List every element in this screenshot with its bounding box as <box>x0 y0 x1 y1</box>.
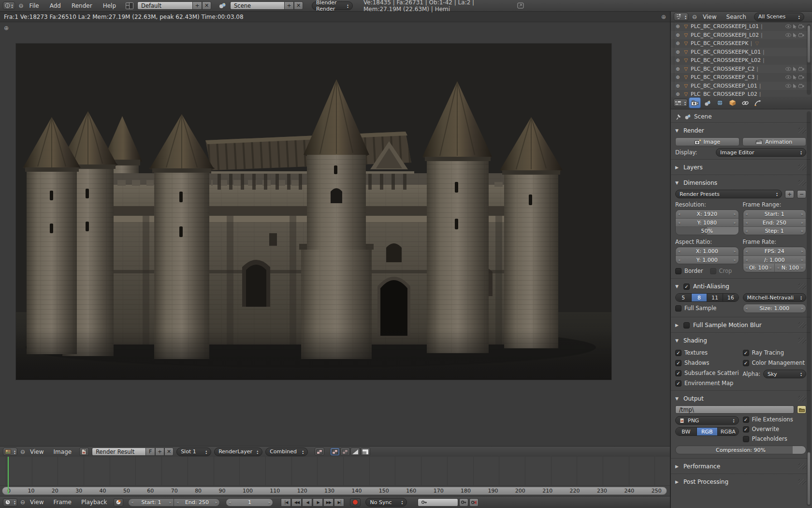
panel-grip[interactable] <box>798 479 806 485</box>
transport-button[interactable]: ▶▶ <box>323 498 334 507</box>
aspect-x-field[interactable]: X: 1.000 <box>676 247 739 255</box>
visibility-eye-icon[interactable] <box>785 84 791 88</box>
draw-channels-z-icon[interactable] <box>361 448 370 456</box>
transport-button[interactable]: ▶ <box>313 498 323 507</box>
slot-select[interactable]: Slot 1 ▴▾ <box>176 448 211 456</box>
color-mode-bw[interactable]: BW <box>676 428 696 435</box>
full-sample-checkbox[interactable] <box>675 305 682 312</box>
tab-object[interactable] <box>727 98 738 108</box>
screen-layout-icon[interactable] <box>126 2 133 9</box>
panel-header-render[interactable]: ▼ Render <box>675 126 806 135</box>
frame-start-field[interactable]: Start: 1 <box>743 210 806 218</box>
outliner-item[interactable]: ⊕ ▽ PLC_BC_CROSSKEEPK | ▽ <box>671 39 812 48</box>
browse-folder-button[interactable] <box>797 405 806 414</box>
properties-scrollbar[interactable] <box>807 111 811 506</box>
window-icon[interactable] <box>517 2 524 9</box>
render-pass-select[interactable]: Combined ▴▾ <box>265 448 308 456</box>
fps-field[interactable]: FPS: 24 <box>743 247 806 255</box>
outliner-item[interactable]: ⊕ ▽ PLC_BC_CROSSKEEPK_L01 | ▽ <box>671 48 812 57</box>
transport-button[interactable]: ◀ <box>302 498 312 507</box>
scrollbar-thumb[interactable] <box>807 25 811 63</box>
menu-item[interactable]: Help <box>101 2 118 9</box>
visibility-eye-icon[interactable] <box>785 24 791 29</box>
shadows-checkbox[interactable]: ✓ <box>675 360 682 366</box>
panel-grip[interactable] <box>798 396 806 402</box>
overwrite-checkbox[interactable]: ✓ <box>743 426 749 433</box>
menu-item[interactable]: Frame <box>52 499 73 506</box>
color-management-checkbox[interactable]: ✓ <box>743 360 749 366</box>
compression-slider[interactable]: Compression: 90% <box>675 446 806 454</box>
aa-filter-select[interactable]: Mitchell-Netravali ▴▾ <box>743 293 807 302</box>
frame-step-field[interactable]: Step: 1 <box>743 226 806 235</box>
add-layout-button[interactable]: + <box>193 1 202 10</box>
panel-grip[interactable] <box>798 463 806 469</box>
display-select[interactable]: Image Editor ▴▾ <box>716 148 806 157</box>
image-paint-toggle-icon[interactable] <box>315 448 324 456</box>
editor-type-selector[interactable]: i ▴▾ <box>3 1 15 10</box>
aa-samples-5[interactable]: 5 <box>676 294 691 301</box>
panel-header-shading[interactable]: ▼ Shading <box>675 336 806 345</box>
color-mode-rgba[interactable]: RGBA <box>717 428 739 435</box>
selectability-cursor-icon[interactable] <box>793 75 797 79</box>
expand-icon[interactable]: ⊕ <box>676 75 681 80</box>
close-scene-button[interactable]: ✕ <box>294 1 303 10</box>
frame-end-field[interactable]: End: 250 <box>174 498 220 507</box>
file-format-select[interactable]: PNG ▴▾ <box>675 416 739 425</box>
outliner-item[interactable]: ⊕ ▽ PLC_BC_CROSSKEEPJ_L02 | ▽ <box>671 31 812 40</box>
tab-world[interactable] <box>714 98 725 108</box>
play-by-framerate-icon[interactable] <box>114 498 123 507</box>
expand-icon[interactable]: ⊕ <box>676 49 681 55</box>
render-presets-select[interactable]: Render Presets ▴▾ <box>675 190 782 198</box>
panel-header-anti-aliasing[interactable]: ▼ ✓ Anti-Aliasing <box>675 282 806 291</box>
draw-channels-color-alpha-icon[interactable] <box>340 448 350 456</box>
panel-header-performance[interactable]: ▶ Performance <box>675 462 806 471</box>
panel-grip[interactable] <box>798 180 806 186</box>
fps-base-field[interactable]: /: 1.000 <box>743 255 806 264</box>
aa-size-field[interactable]: Size: 1.000 <box>743 304 806 313</box>
draw-channels-alpha-icon[interactable] <box>350 448 360 456</box>
visibility-eye-icon[interactable] <box>785 67 791 71</box>
menu-item[interactable]: Playback <box>79 499 109 506</box>
collapse-menus-icon[interactable]: ⊖ <box>20 499 25 506</box>
outliner-item[interactable]: ⊕ ▽ PLC_BC_CROSSKEEP_L02 | ▽ <box>671 90 812 97</box>
current-frame-field[interactable]: 1 <box>226 498 273 507</box>
expand-icon[interactable]: ⊕ <box>676 24 681 29</box>
expand-icon[interactable]: ⊕ <box>676 32 681 38</box>
unlink-image-button[interactable]: ✕ <box>164 448 174 456</box>
selectability-cursor-icon[interactable] <box>793 84 797 88</box>
collapse-menus-icon[interactable]: ⊖ <box>692 14 697 20</box>
delete-keyframe-button[interactable] <box>469 498 478 507</box>
frame-start-field[interactable]: Start: 1 <box>128 498 174 507</box>
keying-set-field[interactable] <box>418 498 458 507</box>
time-remap-new-field[interactable]: N: 100 <box>774 264 806 272</box>
aa-samples-16[interactable]: 16 <box>723 294 739 301</box>
expand-icon[interactable]: ⊕ <box>676 66 681 72</box>
ray-tracing-checkbox[interactable]: ✓ <box>743 350 749 356</box>
renderability-camera-icon[interactable] <box>798 84 804 88</box>
crop-checkbox[interactable] <box>710 268 716 274</box>
panel-header-output[interactable]: ▼ Output <box>675 394 806 403</box>
expand-icon[interactable]: ⊕ <box>676 83 681 89</box>
environment-map-checkbox[interactable]: ✓ <box>675 380 682 387</box>
panel-grip[interactable] <box>798 128 806 134</box>
tab-scene[interactable] <box>702 98 713 108</box>
editor-type-selector[interactable]: ▴▾ <box>673 99 688 107</box>
tab-physics[interactable] <box>752 98 763 108</box>
color-mode-rgb[interactable]: RGB <box>696 428 718 435</box>
resolution-y-field[interactable]: Y: 1080 <box>676 218 739 226</box>
expand-icon[interactable]: ⊕ <box>676 91 681 97</box>
panel-header-layers[interactable]: ▶ Layers <box>675 163 806 172</box>
tab-constraints[interactable] <box>740 98 751 108</box>
outliner-item[interactable]: ⊕ ▽ PLC_BC_CROSSKEEP_L01 | ▽ <box>671 82 812 90</box>
outliner-scrollbar[interactable] <box>807 24 811 95</box>
menu-item[interactable]: Add <box>48 2 63 9</box>
collapse-menus-icon[interactable]: ⊖ <box>20 448 25 455</box>
menu-item[interactable]: Render <box>70 2 94 9</box>
visibility-eye-icon[interactable] <box>785 75 791 79</box>
time-remap-old-field[interactable]: Ol: 100 <box>743 264 774 272</box>
draw-channels-color-icon[interactable] <box>330 448 340 456</box>
expand-icon[interactable]: ⊕ <box>676 58 681 63</box>
transport-button[interactable]: ◀◀ <box>291 498 302 507</box>
renderability-camera-icon[interactable] <box>798 75 804 79</box>
image-datablock-icon[interactable] <box>79 448 89 456</box>
